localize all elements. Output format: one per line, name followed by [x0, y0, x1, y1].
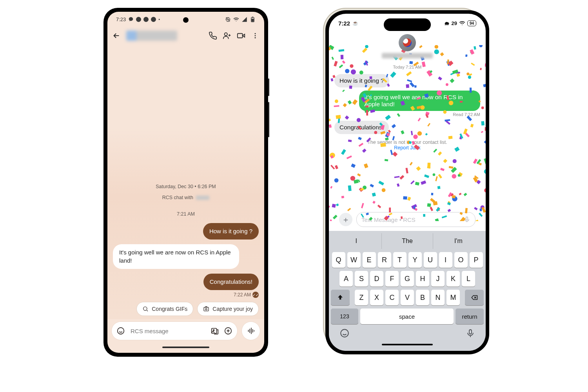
key-l[interactable]: L — [462, 271, 475, 287]
numbers-key[interactable]: 123 — [331, 309, 358, 324]
chat-scroll-area[interactable]: Saturday, Dec 30 • 6:26 PM RCS chat with… — [107, 45, 264, 319]
suggestion-1[interactable]: I — [331, 233, 382, 249]
ios-home-indicator — [329, 342, 486, 351]
status-time: 7:22 — [338, 20, 350, 27]
svg-rect-240 — [430, 70, 432, 73]
attach-button[interactable]: ＋ — [339, 213, 352, 226]
svg-rect-85 — [407, 79, 412, 82]
call-button[interactable] — [209, 31, 217, 40]
message-sent[interactable]: How is it going ? — [203, 223, 259, 240]
svg-rect-236 — [425, 114, 428, 118]
svg-rect-282 — [469, 330, 472, 334]
contact-phone-redacted — [382, 53, 433, 58]
contact-avatar[interactable] — [399, 34, 416, 51]
key-y[interactable]: Y — [408, 252, 422, 268]
svg-rect-51 — [456, 73, 460, 77]
suggestion-chip-gifs[interactable]: Congrats GIFs — [136, 302, 193, 316]
key-a[interactable]: A — [339, 271, 353, 287]
svg-rect-211 — [463, 129, 468, 134]
key-d[interactable]: D — [370, 271, 383, 287]
ios-chat-area[interactable]: Today 7:21 AM How is it going ? It's goi… — [329, 61, 486, 231]
more-notif-icon: • — [158, 17, 160, 22]
svg-rect-40 — [450, 78, 454, 83]
key-t[interactable]: T — [393, 252, 407, 268]
svg-rect-192 — [342, 89, 345, 92]
shift-key[interactable] — [331, 290, 350, 305]
back-button[interactable] — [112, 31, 121, 40]
gallery-button[interactable] — [211, 327, 219, 335]
backspace-key[interactable] — [465, 290, 484, 305]
svg-rect-45 — [483, 84, 486, 87]
key-x[interactable]: X — [370, 290, 383, 305]
key-u[interactable]: U — [424, 252, 437, 268]
message-input[interactable]: Text Message • RCS — [356, 212, 475, 227]
key-n[interactable]: N — [431, 290, 445, 305]
key-s[interactable]: S — [355, 271, 368, 287]
svg-rect-280 — [466, 217, 468, 220]
svg-rect-73 — [425, 112, 430, 116]
more-menu-button[interactable] — [251, 31, 260, 40]
svg-rect-1 — [252, 17, 253, 17]
svg-rect-16 — [249, 329, 250, 333]
key-w[interactable]: W — [347, 252, 361, 268]
svg-point-7 — [255, 37, 256, 38]
svg-rect-253 — [414, 85, 417, 88]
ios-conversation-header[interactable] — [329, 33, 486, 61]
message-received[interactable]: How is it going ? — [334, 74, 389, 87]
report-junk-link[interactable]: Report Junk — [394, 145, 420, 151]
svg-rect-29 — [392, 124, 396, 128]
key-b[interactable]: B — [416, 290, 429, 305]
facebook-notif-icon — [143, 17, 149, 22]
add-person-button[interactable] — [223, 31, 231, 40]
svg-rect-208 — [452, 69, 459, 74]
suggestion-chip-capture[interactable]: Capture your joy — [197, 302, 259, 316]
svg-rect-54 — [411, 131, 413, 135]
key-k[interactable]: K — [446, 271, 460, 287]
iphone-screen: 7:22 ☕ 🌧 29 94 Today 7:21 AM How is it g… — [329, 14, 486, 351]
emoji-keyboard-button[interactable] — [339, 328, 350, 338]
status-app-icon: ☕ — [352, 20, 358, 26]
key-i[interactable]: I — [439, 252, 452, 268]
key-m[interactable]: M — [446, 290, 460, 305]
svg-rect-119 — [427, 123, 430, 127]
key-o[interactable]: O — [454, 252, 468, 268]
key-r[interactable]: R — [378, 252, 391, 268]
dictate-icon[interactable] — [463, 216, 470, 223]
suggestion-3[interactable]: I'm — [433, 233, 484, 249]
key-v[interactable]: V — [401, 290, 414, 305]
plus-button[interactable] — [224, 327, 232, 335]
voice-message-button[interactable] — [241, 321, 260, 340]
key-j[interactable]: J — [431, 271, 445, 287]
svg-rect-123 — [470, 124, 474, 128]
emoji-button[interactable] — [116, 327, 125, 335]
svg-point-8 — [143, 307, 147, 310]
message-sent[interactable]: It's going well we are now on RCS in App… — [359, 91, 480, 111]
svg-rect-225 — [329, 205, 330, 208]
key-p[interactable]: P — [470, 252, 483, 268]
android-power-button — [268, 78, 269, 96]
vibrate-icon — [225, 16, 231, 22]
key-g[interactable]: G — [401, 271, 414, 287]
space-key[interactable]: space — [360, 309, 454, 324]
key-e[interactable]: E — [363, 252, 376, 268]
key-f[interactable]: F — [385, 271, 399, 287]
return-key[interactable]: return — [456, 309, 484, 324]
svg-rect-81 — [418, 118, 421, 122]
svg-rect-33 — [465, 132, 470, 137]
date-separator: Today 7:21 AM — [334, 65, 480, 69]
svg-rect-137 — [342, 60, 346, 64]
message-input[interactable] — [130, 327, 206, 335]
key-h[interactable]: H — [416, 271, 429, 287]
message-received[interactable]: It's going well we are now on RCS in App… — [113, 244, 239, 269]
dictation-button[interactable] — [466, 328, 475, 338]
message-received[interactable]: Congratulations! — [334, 121, 389, 134]
message-input-pill[interactable] — [111, 321, 238, 340]
key-z[interactable]: Z — [355, 290, 368, 305]
key-q[interactable]: Q — [332, 252, 345, 268]
svg-rect-219 — [406, 71, 412, 76]
android-camera-notch — [183, 17, 189, 23]
video-call-button[interactable] — [237, 31, 245, 40]
key-c[interactable]: C — [385, 290, 399, 305]
suggestion-2[interactable]: The — [382, 233, 433, 249]
message-sent[interactable]: Congratulations! — [203, 274, 259, 290]
